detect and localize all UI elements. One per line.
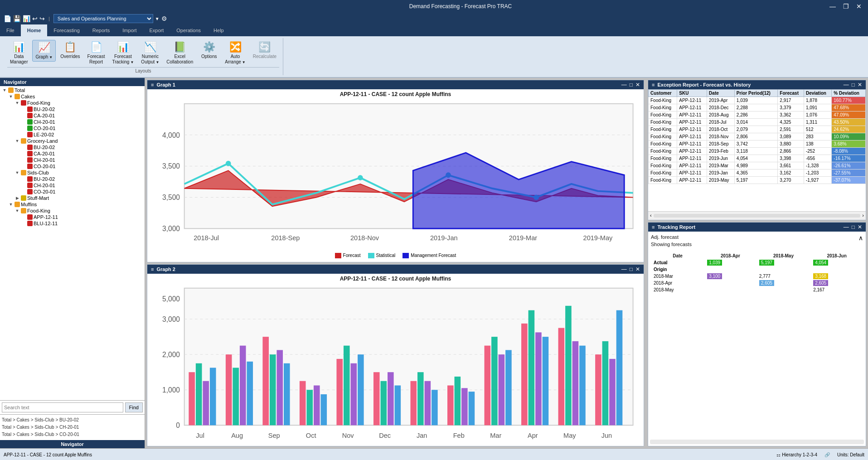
tree-expander[interactable]: ▼: [15, 139, 20, 143]
table-row[interactable]: Food-King APP-12-11 2018-Oct 2,079 2,591…: [649, 126, 866, 133]
navigator-tree-item[interactable]: ▼ Muffins: [1, 201, 144, 208]
graph1-minimize-btn[interactable]: —: [621, 82, 627, 88]
navigator-tree-item[interactable]: CO-20-01: [1, 163, 144, 169]
table-row[interactable]: Food-King APP-12-11 2018-Dec 2,288 3,379…: [649, 104, 866, 111]
save-btn[interactable]: 💾: [13, 15, 21, 22]
navigator-footer-tab[interactable]: Navigator: [0, 440, 145, 448]
new-btn[interactable]: 📄: [4, 15, 11, 22]
auto-arrange-btn[interactable]: 🔀 AutoArrange▼: [222, 40, 248, 66]
table-row[interactable]: Food-King APP-12-11 2019-Apr 1,039 2,917…: [649, 97, 866, 104]
tree-expander[interactable]: ▶: [15, 196, 20, 200]
tracking-close-btn[interactable]: ✕: [858, 224, 862, 230]
tree-expander[interactable]: ▼: [8, 94, 14, 99]
table-row[interactable]: Food-King APP-12-11 2019-Jun 4,054 3,398…: [649, 155, 866, 162]
exception-minimize-btn[interactable]: —: [844, 82, 849, 88]
overrides-btn[interactable]: 📋 Overrides: [58, 40, 82, 61]
tracking-collapse-btn[interactable]: ∧: [858, 234, 863, 242]
navigator-tree-item[interactable]: ▼ Food-King: [1, 100, 144, 106]
navigator-tree-item[interactable]: CH-20-01: [1, 119, 144, 125]
close-btn[interactable]: ✕: [853, 3, 864, 10]
tab-home[interactable]: Home: [21, 24, 48, 36]
table-row[interactable]: Food-King APP-12-11 2019-Mar 4,989 3,661…: [649, 162, 866, 169]
tracking-scrollbar[interactable]: [650, 440, 864, 444]
tracking-maximize-btn[interactable]: □: [852, 224, 855, 230]
table-row[interactable]: Food-King APP-12-11 2018-Sep 3,742 3,880…: [649, 140, 866, 148]
navigator-tree-item[interactable]: CO-20-01: [1, 125, 144, 131]
tracking-minimize-btn[interactable]: —: [844, 224, 849, 230]
tracking-report-menu-icon[interactable]: ≡: [652, 224, 655, 230]
navigator-tree-item[interactable]: CH-20-01: [1, 182, 144, 189]
navigator-tree-item[interactable]: APP-12-11: [1, 214, 144, 220]
forecast-report-btn[interactable]: 📄 ForecastReport: [85, 40, 108, 66]
data-manager-btn[interactable]: 📊 DataManager: [7, 40, 30, 66]
minimize-btn[interactable]: —: [827, 3, 839, 10]
graph1-maximize-btn[interactable]: □: [630, 82, 633, 88]
numeric-output-btn[interactable]: 📉 NumericOutput▼: [138, 40, 162, 66]
table-row[interactable]: Food-King APP-12-11 2019-Feb 3,118 2,866…: [649, 148, 866, 155]
navigator-tree-item[interactable]: ▼ Sids-Club: [1, 169, 144, 176]
tab-operations[interactable]: Operations: [170, 24, 207, 36]
exception-table-wrap[interactable]: Customer SKU Date Prior Period(12) Forec…: [648, 89, 866, 211]
tree-expander[interactable]: ▼: [15, 101, 20, 105]
table-row[interactable]: Food-King APP-12-11 2018-Nov 2,806 3,089…: [649, 133, 866, 140]
col-deviation[interactable]: Deviation: [804, 90, 831, 97]
workspace-more-btn[interactable]: ▼: [155, 16, 160, 21]
col-prior[interactable]: Prior Period(12): [734, 90, 777, 97]
tab-help[interactable]: Help: [207, 24, 230, 36]
col-customer[interactable]: Customer: [649, 90, 677, 97]
navigator-tree-item[interactable]: BU-20-02: [1, 176, 144, 182]
window-controls[interactable]: — ❐ ✕: [827, 3, 864, 10]
tree-expander[interactable]: ▼: [15, 170, 20, 175]
exception-close-btn[interactable]: ✕: [858, 82, 862, 88]
tree-expander[interactable]: ▼: [15, 208, 20, 213]
tree-expander[interactable]: ▼: [2, 88, 7, 92]
exception-scroll-right[interactable]: ›: [862, 213, 864, 219]
exception-report-menu-icon[interactable]: ≡: [652, 82, 655, 87]
navigator-tree-item[interactable]: ▶ Stuff-Mart: [1, 195, 144, 201]
navigator-tree-item[interactable]: CA-20-01: [1, 112, 144, 119]
exception-scroll-left[interactable]: ‹: [650, 213, 652, 219]
units-selector[interactable]: Units: Default: [837, 452, 864, 457]
tab-export[interactable]: Export: [143, 24, 170, 36]
navigator-tree[interactable]: ▼ Total ▼ Cakes ▼ Food-King BU-20-02 CA-…: [0, 86, 145, 400]
redo-btn[interactable]: ↪: [39, 15, 45, 22]
navigator-tree-item[interactable]: BLU-12-11: [1, 220, 144, 227]
graph2-minimize-btn[interactable]: —: [621, 266, 627, 272]
chart-btn[interactable]: 📊: [23, 15, 30, 22]
navigator-tree-item[interactable]: CO-20-01: [1, 189, 144, 195]
graph2-close-btn[interactable]: ✕: [635, 266, 640, 272]
navigator-tree-item[interactable]: CA-20-01: [1, 150, 144, 157]
workspace-options-btn[interactable]: ⚙: [161, 15, 167, 22]
col-sku[interactable]: SKU: [677, 90, 707, 97]
graph-btn[interactable]: 📈 Graph▼: [32, 40, 56, 62]
tab-reports[interactable]: Reports: [86, 24, 116, 36]
workspace-selector[interactable]: Sales and Operations Planning: [53, 14, 153, 23]
navigator-tree-item[interactable]: LE-20-02: [1, 131, 144, 138]
graph1-menu-icon[interactable]: ≡: [151, 82, 154, 87]
navigator-tree-item[interactable]: BU-20-02: [1, 144, 144, 150]
table-row[interactable]: Food-King APP-12-11 2018-Aug 2,286 3,362…: [649, 111, 866, 119]
col-pct-deviation[interactable]: % Deviation: [832, 90, 866, 97]
col-date[interactable]: Date: [707, 90, 735, 97]
exception-maximize-btn[interactable]: □: [852, 82, 855, 88]
navigator-tree-item[interactable]: CH-20-01: [1, 157, 144, 163]
tab-import[interactable]: Import: [116, 24, 143, 36]
tree-expander[interactable]: ▼: [8, 202, 14, 207]
navigator-tree-item[interactable]: BU-20-02: [1, 106, 144, 112]
navigator-tree-item[interactable]: ▼ Food-King: [1, 208, 144, 214]
navigator-tree-item[interactable]: ▼ Grocery-Land: [1, 138, 144, 144]
search-input[interactable]: [2, 402, 123, 412]
tab-forecasting[interactable]: Forecasting: [47, 24, 86, 36]
options-btn[interactable]: ⚙️ Options: [198, 40, 220, 61]
table-row[interactable]: Food-King APP-12-11 2018-Jul 3,014 4,325…: [649, 119, 866, 126]
tab-file[interactable]: File: [0, 24, 21, 36]
navigator-tree-item[interactable]: ▼ Total: [1, 87, 144, 93]
graph1-close-btn[interactable]: ✕: [635, 82, 640, 88]
graph2-maximize-btn[interactable]: □: [630, 266, 633, 272]
hierarchy-icon[interactable]: ⚏ Hierarchy 1-2-3-4: [776, 452, 817, 457]
undo-btn[interactable]: ↩: [32, 15, 38, 22]
navigator-tree-item[interactable]: ▼ Cakes: [1, 93, 144, 100]
table-row[interactable]: Food-King APP-12-11 2019-Jan 4,365 3,162…: [649, 169, 866, 177]
maximize-btn[interactable]: ❐: [840, 3, 852, 10]
recalculate-btn[interactable]: 🔄 Recalculate: [250, 40, 279, 61]
